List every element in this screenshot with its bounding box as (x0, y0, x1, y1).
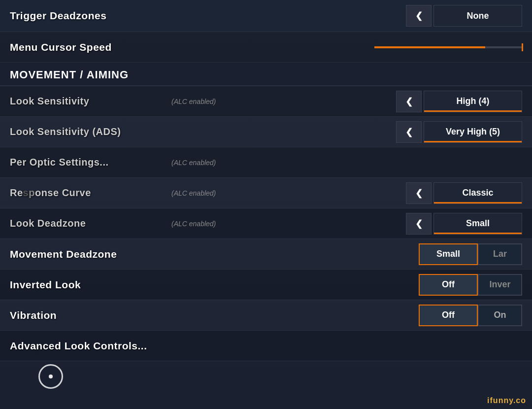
inverted-look-label: Inverted Look (10, 279, 167, 291)
slider-fill (374, 46, 485, 48)
look-deadzone-controls: Small (406, 213, 522, 235)
menu-cursor-speed-row: Menu Cursor Speed (0, 32, 532, 63)
response-curve-label: Response Curve (10, 187, 167, 199)
movement-deadzone-small-btn[interactable]: Small (419, 243, 478, 265)
movement-aiming-section-header: MOVEMENT / AIMING (0, 63, 532, 86)
look-sensitivity-ads-value: Very High (5) (424, 121, 522, 143)
vibration-on-btn[interactable]: On (478, 305, 522, 326)
menu-cursor-speed-label: Menu Cursor Speed (10, 41, 167, 53)
look-sensitivity-value: High (4) (424, 91, 522, 112)
look-deadzone-label: Look Deadzone (10, 218, 167, 229)
slider-track (374, 46, 522, 48)
advanced-look-row: Advanced Look Controls... (0, 331, 532, 361)
look-sensitivity-ads-controls: Very High (5) (396, 121, 522, 143)
look-sensitivity-label: Look Sensitivity (10, 96, 167, 107)
look-sensitivity-ads-label: Look Sensitivity (ADS) (10, 126, 167, 137)
inverted-look-row: Inverted Look Off Inver (0, 270, 532, 300)
movement-deadzone-row: Movement Deadzone Small Lar (0, 239, 532, 270)
inverted-look-on-btn: Inver (478, 274, 522, 296)
per-optic-alc: (ALC enabled) (171, 159, 216, 167)
trigger-deadzones-label: Trigger Deadzones (10, 10, 167, 22)
vibration-on-label: On (494, 310, 506, 320)
inverted-look-on-label: Inver (489, 279, 510, 290)
settings-container: Trigger Deadzones None Menu Cursor Speed… (0, 0, 532, 409)
look-sensitivity-controls: High (4) (396, 91, 522, 112)
movement-deadzone-toggle: Small Lar (419, 243, 522, 265)
cursor-dot (49, 375, 53, 378)
per-optic-label: Per Optic Settings... (10, 157, 167, 168)
movement-deadzone-large-label: Lar (493, 249, 507, 259)
look-sensitivity-ads-arrow-btn[interactable] (396, 121, 422, 143)
per-optic-row: Per Optic Settings... (ALC enabled) (0, 147, 532, 178)
menu-cursor-speed-slider[interactable] (374, 46, 522, 48)
response-curve-alc: (ALC enabled) (171, 189, 216, 197)
trigger-deadzones-value: None (433, 5, 522, 27)
response-curve-row: Response Curve (ALC enabled) Classic (0, 178, 532, 208)
watermark: ifunny.co (487, 396, 526, 405)
movement-deadzone-label: Movement Deadzone (10, 248, 167, 260)
inverted-look-off-btn[interactable]: Off (419, 274, 478, 296)
look-deadzone-value: Small (433, 213, 522, 235)
look-deadzone-arrow-btn[interactable] (406, 213, 432, 235)
advanced-look-label: Advanced Look Controls... (10, 340, 167, 352)
trigger-deadzones-controls: None (406, 5, 522, 27)
look-deadzone-alc: (ALC enabled) (171, 220, 216, 228)
inverted-look-toggle: Off Inver (419, 274, 522, 296)
response-curve-arrow-btn[interactable] (406, 182, 432, 204)
vibration-off-btn[interactable]: Off (419, 305, 478, 326)
vibration-label: Vibration (10, 309, 167, 321)
look-sensitivity-ads-row: Look Sensitivity (ADS) Very High (5) (0, 117, 532, 147)
slider-thumb (522, 43, 523, 51)
trigger-deadzones-row: Trigger Deadzones None (0, 0, 532, 32)
response-curve-value: Classic (433, 182, 522, 204)
look-deadzone-row: Look Deadzone (ALC enabled) Small (0, 208, 532, 239)
look-sensitivity-alc: (ALC enabled) (171, 98, 216, 105)
cursor-circle (38, 364, 63, 389)
vibration-row: Vibration Off On (0, 300, 532, 331)
trigger-deadzones-arrow-btn[interactable] (406, 5, 432, 27)
movement-deadzone-large-btn: Lar (478, 243, 522, 265)
look-sensitivity-arrow-btn[interactable] (396, 91, 422, 112)
response-curve-controls: Classic (406, 182, 522, 204)
section-title: MOVEMENT / AIMING (10, 68, 129, 81)
look-sensitivity-row: Look Sensitivity (ALC enabled) High (4) (0, 86, 532, 117)
vibration-toggle: Off On (419, 305, 522, 326)
